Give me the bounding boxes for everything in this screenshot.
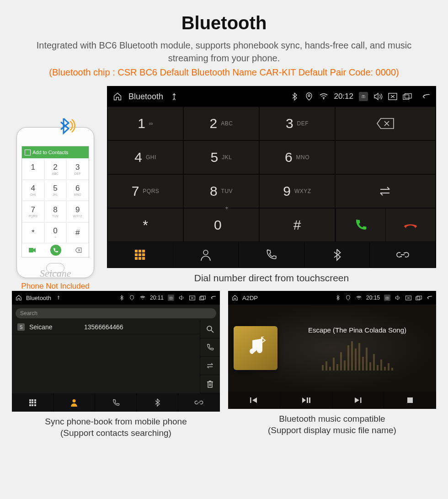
key-2[interactable]: 2ABC — [183, 107, 259, 140]
usb-icon — [170, 92, 179, 101]
back-icon[interactable] — [421, 92, 430, 101]
bluetooth-signal-icon — [57, 116, 77, 136]
call-button[interactable] — [336, 209, 385, 241]
sync-button[interactable] — [200, 357, 220, 375]
svg-point-18 — [73, 399, 76, 402]
key-1[interactable]: 1∞ — [107, 107, 183, 140]
phonebook-side-actions — [200, 320, 220, 393]
key-8[interactable]: 8TUV — [183, 174, 259, 208]
screenshot-icon[interactable] — [384, 295, 390, 301]
tab-recents[interactable] — [95, 393, 137, 412]
svg-rect-7 — [403, 95, 409, 99]
key-7[interactable]: 7PQRS — [107, 174, 183, 208]
recent-apps-icon[interactable] — [416, 295, 422, 301]
add-contact-icon — [25, 150, 31, 156]
contact-initial: S — [17, 323, 25, 331]
dialer-bottom-tabs — [107, 242, 436, 268]
phonebook-unit: Bluetooth 20:11 Search S Seicane — [12, 291, 220, 412]
phonebook-bottom-tabs — [12, 393, 220, 412]
page-description: Integrated with BC6 Bluetooth module, su… — [0, 33, 448, 64]
screenshot-icon[interactable] — [168, 295, 174, 301]
backspace-button[interactable] — [335, 107, 436, 140]
svg-rect-15 — [201, 296, 205, 299]
tab-pair[interactable] — [370, 242, 436, 268]
tab-contacts[interactable] — [53, 393, 95, 412]
phone-home-button — [46, 263, 64, 273]
back-icon[interactable] — [210, 295, 216, 301]
dial-grid: 1∞ 2ABC 3DEF 4GHI 5JKL 6MNO 7PQRS 8TUV 9… — [107, 107, 436, 242]
close-screen-icon[interactable] — [405, 295, 411, 301]
stop-button[interactable] — [384, 392, 436, 409]
home-icon[interactable] — [16, 295, 22, 301]
key-9[interactable]: 9WXYZ — [259, 174, 335, 208]
next-button[interactable] — [332, 392, 384, 409]
key-3[interactable]: 3DEF — [259, 107, 335, 140]
tab-keypad[interactable] — [107, 242, 173, 268]
tab-contacts[interactable] — [173, 242, 239, 268]
svg-point-16 — [207, 326, 212, 331]
svg-rect-0 — [29, 248, 33, 252]
key-hash[interactable]: # — [259, 208, 335, 242]
tab-pair[interactable] — [178, 393, 220, 412]
swap-button[interactable] — [335, 174, 436, 208]
back-icon[interactable] — [426, 295, 432, 301]
location-icon — [304, 92, 314, 101]
delete-button[interactable] — [200, 375, 220, 393]
key-6[interactable]: 6MNO — [259, 140, 335, 174]
svg-rect-14 — [200, 296, 204, 300]
play-pause-button[interactable] — [280, 392, 332, 409]
link-icon — [396, 250, 410, 259]
dial-button[interactable] — [200, 338, 220, 357]
bluetooth-icon — [290, 92, 299, 101]
status-time: 20:11 — [150, 295, 164, 301]
tab-recents[interactable] — [239, 242, 304, 268]
search-button[interactable] — [200, 320, 220, 338]
tab-bluetooth[interactable] — [137, 393, 178, 412]
volume-icon[interactable] — [178, 295, 185, 301]
song-title: Escape (The Pina Colada Song) — [284, 326, 431, 334]
status-time: 20:15 — [366, 295, 380, 301]
svg-rect-29 — [407, 397, 413, 403]
volume-icon[interactable] — [395, 295, 401, 301]
phone-caption: Phone Not Included — [21, 282, 89, 291]
key-4[interactable]: 4GHI — [107, 140, 183, 174]
phone-mockup-column: Add to Contacts 1 2ABC3DEF 4GHI5JKL6MNO … — [12, 127, 99, 291]
key-star[interactable]: * — [107, 208, 183, 242]
hangup-button[interactable] — [385, 209, 435, 241]
contact-row[interactable]: S Seicane 13566664466 — [12, 320, 200, 334]
recent-apps-icon[interactable] — [403, 92, 412, 101]
tab-bluetooth[interactable] — [304, 242, 370, 268]
svg-rect-5 — [363, 95, 364, 96]
svg-point-19 — [358, 299, 359, 300]
video-icon — [29, 247, 36, 253]
home-icon[interactable] — [232, 295, 238, 301]
usb-icon — [55, 295, 62, 301]
album-art — [234, 326, 277, 370]
page-title: Bluetooth — [0, 0, 448, 33]
status-title: A2DP — [242, 295, 258, 301]
svg-point-12 — [171, 297, 172, 299]
bluetooth-icon — [335, 295, 341, 301]
key-5[interactable]: 5JKL — [183, 140, 259, 174]
volume-icon[interactable] — [373, 92, 383, 101]
close-screen-icon[interactable] — [189, 295, 195, 301]
dialer-unit: Bluetooth 20:12 1∞ 2ABC 3DE — [107, 86, 436, 268]
tab-keypad[interactable] — [12, 393, 53, 412]
svg-rect-27 — [309, 397, 310, 403]
phonebook-caption: Sync phone-book from mobile phone (Suppo… — [12, 412, 220, 439]
svg-point-2 — [323, 98, 324, 99]
screenshot-icon[interactable] — [359, 92, 368, 101]
home-icon[interactable] — [113, 92, 122, 101]
music-controls — [228, 392, 436, 409]
key-0[interactable]: 0+ — [183, 208, 259, 242]
prev-button[interactable] — [228, 392, 280, 409]
contact-number: 13566664466 — [84, 323, 123, 331]
svg-point-21 — [387, 297, 388, 299]
search-input[interactable]: Search — [16, 308, 216, 318]
svg-point-10 — [142, 299, 143, 300]
recent-apps-icon[interactable] — [199, 295, 206, 301]
keypad-icon — [29, 399, 36, 406]
close-screen-icon[interactable] — [388, 92, 397, 101]
music-status-bar: A2DP 20:15 — [228, 291, 436, 305]
wifi-icon — [319, 92, 328, 101]
